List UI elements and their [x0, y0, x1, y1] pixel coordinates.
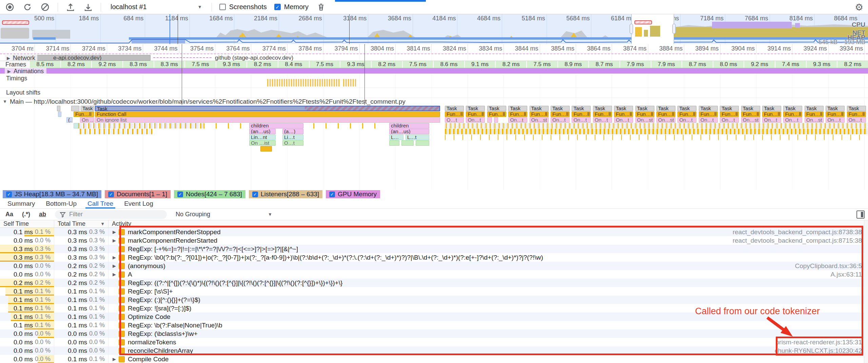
expand-arrow-icon[interactable]: ▶ [110, 263, 119, 268]
timings-track-label[interactable]: Timings [6, 75, 27, 82]
frame-duration-cell[interactable]: 8.3 ms [154, 61, 185, 68]
flame-block-ont[interactable]: On…t [762, 117, 781, 123]
frame-duration-cell[interactable]: 8.2 ms [371, 61, 402, 68]
source-location-link[interactable]: chunk-RY6NLCXT.js:10230:42 [775, 347, 868, 355]
frame-duration-cell[interactable]: 7.5 ms [526, 61, 557, 68]
flame-block-funll[interactable]: Fun…ll [572, 112, 591, 117]
flame-block-task[interactable]: Task [741, 106, 760, 111]
table-row[interactable]: 0.1 ms0.1 %0.1 ms0.1 %RegExp: \b(?:False… [0, 321, 868, 329]
flame-block-task[interactable]: Task [783, 106, 802, 111]
filter-input[interactable]: Filter [55, 210, 167, 219]
flame-block-funll[interactable]: Fun…ll [635, 112, 654, 117]
flame-block-task[interactable]: Task [635, 106, 654, 111]
memory-checkbox[interactable]: ✓ Memory [274, 3, 309, 11]
flame-block[interactable] [487, 117, 492, 123]
tab-event-log[interactable]: Event Log [119, 199, 159, 208]
flame-block[interactable] [57, 106, 60, 111]
flame-block-funll[interactable]: Fun…ll [805, 112, 824, 117]
expand-arrow-icon[interactable]: ▶ [110, 272, 119, 277]
table-row[interactable]: 0.0 ms0.0 %0.3 ms0.3 %▶markComponentRend… [0, 236, 868, 245]
expand-arrow-icon[interactable]: ▶ [110, 238, 119, 243]
table-row[interactable]: 0.0 ms0.0 %0.0 ms0.0 %reconcileChildrenA… [0, 346, 868, 355]
reload-icon[interactable] [22, 2, 33, 12]
counter-toggle-documents[interactable]: ✓Documents[1 – 1] [105, 190, 171, 198]
frame-duration-cell[interactable]: 7.9 ms [651, 61, 682, 68]
frame-duration-cell[interactable]: 7.5 ms [309, 61, 340, 68]
frame-duration-cell[interactable]: 7.4 ms [775, 61, 806, 68]
flame-block-task[interactable]: Task [466, 106, 485, 111]
flame-block-task[interactable]: Task [847, 106, 866, 111]
flame-block-funll[interactable]: Fun…ll [466, 112, 485, 117]
flame-block-onst[interactable]: On…st [656, 117, 675, 123]
main-thread-header[interactable]: ▼ Main — http://localhost:3000/github/co… [0, 98, 868, 105]
table-row[interactable]: 0.1 ms0.1 %0.3 ms0.3 %▶markComponentRend… [0, 228, 868, 236]
frame-duration-cell[interactable]: 8.5 ms [29, 61, 60, 68]
flame-block-funll[interactable]: Fun…ll [720, 112, 739, 117]
frame-duration-cell[interactable]: 8.7 ms [588, 61, 619, 68]
flame-block-funll[interactable]: Fun…ll [508, 112, 527, 117]
flame-block-ont[interactable]: On…t [677, 117, 696, 123]
flame-block-funll[interactable]: Fun…ll [741, 112, 760, 117]
flame-block[interactable] [260, 146, 272, 152]
table-row[interactable]: 0.0 ms0.0 %0.0 ms0.0 %normalizeTokenspri… [0, 338, 868, 346]
activity-column-header[interactable]: Activity [108, 220, 868, 227]
table-row[interactable]: 0.0 ms0.0 %0.2 ms0.2 %▶(anonymous)CopyCl… [0, 262, 868, 270]
flame-block-task[interactable]: Task [487, 106, 506, 111]
tab-bottom-up[interactable]: Bottom-Up [40, 199, 82, 208]
flame-block-children[interactable]: children [249, 123, 303, 128]
frame-duration-cell[interactable]: 9.3 ms [806, 61, 837, 68]
flame-block-funll[interactable]: Fun…ll [783, 112, 802, 117]
frames-track-label[interactable]: Frames [0, 61, 29, 68]
flame-block-task[interactable]: Task [81, 106, 94, 111]
overview-selection-window[interactable] [631, 14, 674, 44]
flame-block-task[interactable]: Task [593, 106, 612, 111]
whole-word-toggle[interactable]: ab [39, 211, 46, 218]
flame-block-funll[interactable]: Fun…ll [847, 112, 866, 117]
gear-icon[interactable]: ⚙ [855, 2, 863, 13]
source-location-link[interactable]: prism-react-renderer.js:135:31 [776, 339, 868, 346]
frame-duration-cell[interactable]: 8.2 ms [837, 61, 868, 68]
flame-block-onst[interactable]: On…st [741, 117, 760, 123]
frame-duration-cell[interactable]: 8.2 ms [246, 61, 278, 68]
flame-block-task[interactable]: Task [445, 106, 464, 111]
table-row[interactable]: 0.3 ms0.3 %0.3 ms0.3 %▶RegExp: \b0(?:b(?… [0, 253, 868, 262]
total-time-column-header[interactable]: Total Time ▼ [54, 220, 108, 227]
table-row[interactable]: 0.1 ms0.1 %0.1 ms0.1 %Optimize Code [0, 312, 868, 321]
flame-block-onist[interactable]: On …ist [249, 140, 276, 146]
table-row[interactable]: 0.1 ms0.1 %0.1 ms0.1 %RegExp: [\s\S]+ [0, 287, 868, 296]
flame-block-functioncall[interactable]: Function Call [95, 112, 440, 117]
flame-block[interactable] [74, 123, 78, 128]
frame-duration-cell[interactable]: 7.5 ms [184, 61, 216, 68]
flame-block-anus[interactable]: (an…us) [389, 129, 429, 134]
flame-block-ont[interactable]: On…t [466, 117, 485, 123]
flame-block-task[interactable]: Task [508, 106, 527, 111]
flame-block-task[interactable]: Task [805, 106, 824, 111]
flame-block-funll[interactable]: Fun…ll [74, 112, 94, 117]
flame-block-task[interactable]: Task [572, 106, 591, 111]
expand-arrow-icon[interactable]: ▶ [110, 229, 119, 235]
table-row[interactable]: 0.0 ms0.0 %0.0 ms0.0 %RegExp: (\bclass\s… [0, 329, 868, 338]
table-row[interactable]: 0.1 ms0.1 %0.1 ms0.1 %RegExp: ![sra](?=[… [0, 304, 868, 312]
source-location-link[interactable]: react_devtools_backend_compact.js:8738:3… [733, 228, 868, 236]
frame-duration-cell[interactable]: 8.3 ms [122, 61, 154, 68]
flame-block-ont[interactable]: On…t [783, 117, 802, 123]
flame-block[interactable] [401, 140, 414, 146]
flame-block-ont[interactable]: On…t [572, 117, 591, 123]
flame-block-funll[interactable]: Fun…ll [699, 112, 718, 117]
regex-toggle[interactable]: (.*) [22, 211, 30, 218]
frame-duration-cell[interactable]: 7.9 ms [619, 61, 651, 68]
flame-block-ont[interactable]: On…t [593, 117, 612, 123]
timeline-overview[interactable]: 500 ms184 ms684 ms1184 ms1684 ms2184 ms2… [0, 14, 868, 44]
network-request-label[interactable]: github (stage-api.codecov.dev) [215, 55, 293, 61]
flame-block-task[interactable]: Task [699, 106, 718, 111]
flame-block-ont[interactable]: On…t [826, 117, 845, 123]
flame-block-children[interactable]: children [389, 123, 429, 128]
flame-block-onignorelist[interactable]: On ignore list [95, 117, 440, 123]
flame-block-funll[interactable]: Fun…ll [593, 112, 612, 117]
frame-duration-cell[interactable]: 9.3 ms [216, 61, 247, 68]
source-location-link[interactable]: react_devtools_backend_compact.js:8715:3… [733, 237, 868, 244]
table-row[interactable]: 0.0 ms0.0 %0.2 ms0.2 %▶AA.jsx:63:11 [0, 270, 868, 279]
flame-block-task[interactable]: Task [826, 106, 845, 111]
screenshots-checkbox[interactable]: Screenshots [219, 3, 267, 11]
source-location-link[interactable]: A.jsx:63:11 [830, 271, 868, 278]
